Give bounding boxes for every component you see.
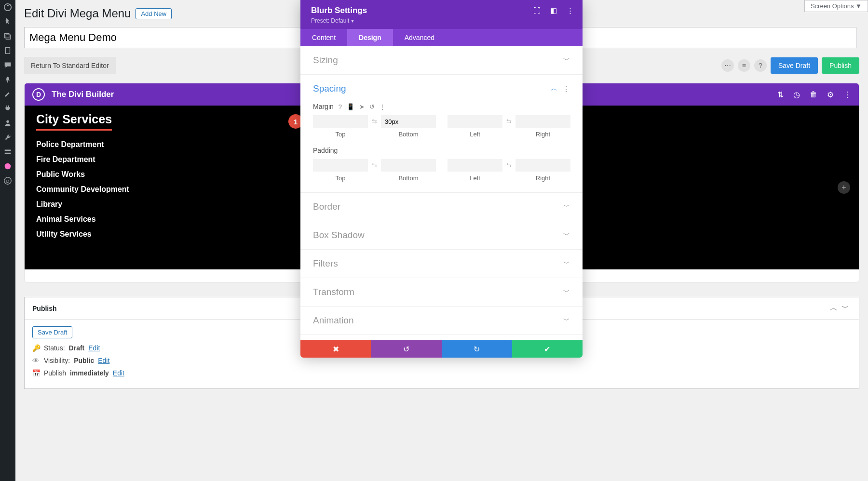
edit-visibility-link[interactable]: Edit <box>98 357 109 364</box>
svg-rect-5 <box>7 80 8 83</box>
chevron-down-icon: ﹀ <box>563 231 570 240</box>
visibility-row: 👁 Visibility: Public Edit <box>32 357 851 364</box>
add-module-button[interactable]: + <box>838 181 850 194</box>
list-item[interactable]: Library <box>36 200 171 209</box>
tab-design[interactable]: Design <box>347 29 393 46</box>
svg-rect-7 <box>5 150 11 151</box>
redo-button[interactable]: ↻ <box>442 340 512 358</box>
svg-rect-8 <box>5 153 11 154</box>
svg-rect-4 <box>6 48 10 54</box>
svg-text:D: D <box>6 179 10 184</box>
section-box-shadow[interactable]: Box Shadow﹀ <box>300 221 583 249</box>
padding-bottom-input[interactable] <box>381 159 436 172</box>
snap-icon[interactable]: ◧ <box>550 6 557 15</box>
list-item[interactable]: Public Works <box>36 170 171 179</box>
divi-logo-icon: D <box>32 88 45 101</box>
margin-label: Margin <box>313 103 334 110</box>
preset-selector[interactable]: Preset: Default ▾ <box>311 17 574 24</box>
publish-button[interactable]: Publish <box>822 57 859 74</box>
chevron-up-icon[interactable]: ︿ <box>828 303 840 313</box>
modal-title: Blurb Settings <box>311 6 533 15</box>
layout-swap-icon[interactable]: ⇅ <box>777 90 784 99</box>
link-values-icon[interactable]: ⇆ <box>371 118 378 125</box>
kebab-icon[interactable]: ⋮ <box>567 6 574 15</box>
screen-options-toggle[interactable]: Screen Options ▼ <box>804 0 868 12</box>
blurb-settings-modal: Blurb Settings ⛶ ◧ ⋮ Preset: Default ▾ C… <box>300 0 583 358</box>
tab-content[interactable]: Content <box>300 29 347 46</box>
margin-left-input[interactable] <box>448 115 502 128</box>
section-border[interactable]: Border﹀ <box>300 193 583 221</box>
help-circle-button[interactable]: ? <box>754 59 767 72</box>
padding-top-input[interactable] <box>313 159 368 172</box>
list-item[interactable]: Animal Services <box>36 215 171 224</box>
cancel-button[interactable]: ✖ <box>300 340 371 358</box>
page-title: Edit Divi Mega Menu <box>24 7 131 20</box>
list-item[interactable]: Community Development <box>36 185 171 194</box>
kebab-icon[interactable]: ⋮ <box>843 90 851 99</box>
return-standard-editor-button[interactable]: Return To Standard Editor <box>24 57 116 74</box>
link-values-icon[interactable]: ⇆ <box>505 118 513 125</box>
edit-status-link[interactable]: Edit <box>88 344 100 352</box>
margin-bottom-input[interactable] <box>381 115 436 128</box>
delete-icon[interactable]: 🗑 <box>810 90 817 99</box>
gear-icon[interactable]: ⚙ <box>827 90 834 99</box>
tools-icon[interactable] <box>3 133 12 142</box>
tab-advanced[interactable]: Advanced <box>393 29 446 46</box>
list-item[interactable]: Police Department <box>36 140 171 149</box>
section-filters[interactable]: Filters﹀ <box>300 250 583 278</box>
link-values-icon[interactable]: ⇆ <box>371 161 378 169</box>
chevron-down-icon: ﹀ <box>563 202 570 211</box>
kebab-icon[interactable]: ⋮ <box>562 84 570 94</box>
reset-icon[interactable]: ↺ <box>369 103 375 110</box>
pin-icon[interactable] <box>3 17 12 26</box>
list-item[interactable]: Utility Services <box>36 230 171 239</box>
section-transform[interactable]: Transform﹀ <box>300 278 583 306</box>
save-draft-button[interactable]: Save Draft <box>771 57 818 74</box>
kebab-icon[interactable]: ⋮ <box>380 103 386 110</box>
undo-button[interactable]: ↺ <box>371 340 441 358</box>
media-icon[interactable] <box>3 32 12 40</box>
circle-action-1[interactable]: ⋯ <box>721 59 734 72</box>
dashboard-icon[interactable] <box>3 3 12 12</box>
comments-icon[interactable] <box>3 61 12 69</box>
help-link[interactable]: ?Help <box>300 335 583 340</box>
padding-left-input[interactable] <box>448 159 502 172</box>
users-icon[interactable] <box>3 119 12 127</box>
city-services-heading: City Services <box>36 112 112 131</box>
eye-icon: 👁 <box>32 357 40 364</box>
chevron-down-icon[interactable]: ﹀ <box>840 303 851 313</box>
list-item[interactable]: Fire Department <box>36 155 171 164</box>
expand-icon[interactable]: ⛶ <box>533 6 541 15</box>
phone-icon[interactable]: 📱 <box>347 103 354 110</box>
help-icon[interactable]: ? <box>339 103 342 110</box>
edit-schedule-link[interactable]: Edit <box>113 369 124 377</box>
plugin-color-icon[interactable] <box>3 162 12 171</box>
key-icon: 🔑 <box>32 344 40 352</box>
padding-right-input[interactable] <box>515 159 570 172</box>
cursor-icon[interactable]: ➤ <box>359 103 365 110</box>
section-sizing[interactable]: Sizing ﹀ <box>300 46 583 74</box>
chevron-down-icon: ﹀ <box>563 259 570 268</box>
link-values-icon[interactable]: ⇆ <box>505 161 513 169</box>
svg-rect-1 <box>7 5 9 6</box>
save-draft-small-button[interactable]: Save Draft <box>32 326 72 338</box>
history-icon[interactable]: ◷ <box>793 90 800 99</box>
appearance-icon[interactable] <box>3 90 12 98</box>
chevron-up-icon: ︿ <box>551 84 557 93</box>
add-new-button[interactable]: Add New <box>136 8 172 19</box>
svg-rect-2 <box>5 34 9 38</box>
margin-top-input[interactable] <box>313 115 368 128</box>
pages-icon[interactable] <box>3 46 12 55</box>
svg-rect-3 <box>6 35 10 39</box>
padding-label: Padding <box>313 147 338 154</box>
pushpin-icon[interactable] <box>3 75 12 84</box>
settings-icon[interactable] <box>3 147 12 156</box>
divi-icon[interactable]: D <box>3 176 12 185</box>
margin-right-input[interactable] <box>515 115 570 128</box>
plugins-icon[interactable] <box>3 104 12 113</box>
circle-action-2[interactable]: ≡ <box>738 59 750 72</box>
section-animation[interactable]: Animation﹀ <box>300 307 583 334</box>
section-spacing[interactable]: Spacing ︿ ⋮ <box>300 75 583 103</box>
city-services-list: Police Department Fire Department Public… <box>36 140 171 239</box>
confirm-button[interactable]: ✔ <box>512 340 583 358</box>
